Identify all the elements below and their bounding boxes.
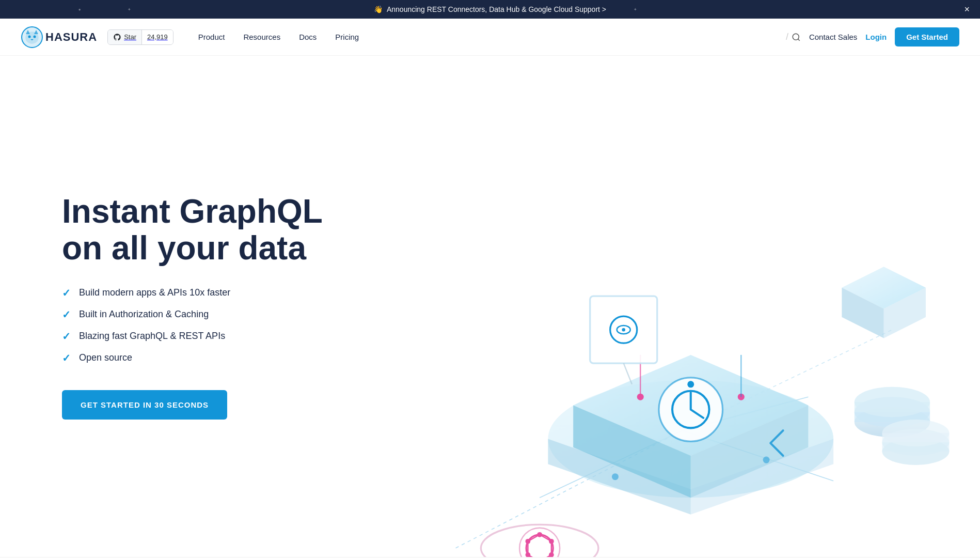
announcement-emoji: 👋 bbox=[374, 5, 383, 13]
svg-point-53 bbox=[612, 473, 619, 480]
nav-item-docs[interactable]: Docs bbox=[291, 28, 325, 45]
feature-item-2: ✓ Built in Authorization & Caching bbox=[62, 308, 351, 321]
search-area: / bbox=[786, 32, 801, 42]
hero-illustration-svg bbox=[372, 162, 959, 557]
check-icon-3: ✓ bbox=[62, 330, 71, 343]
github-icon bbox=[113, 33, 121, 41]
hero-title-line1: Instant GraphQL bbox=[62, 193, 323, 230]
hero-illustration bbox=[372, 162, 959, 451]
get-started-nav-button[interactable]: Get Started bbox=[895, 27, 959, 47]
github-star-label: Star bbox=[124, 33, 136, 41]
hero-features-list: ✓ Build modern apps & APIs 10x faster ✓ … bbox=[62, 287, 351, 364]
svg-point-16 bbox=[687, 381, 694, 388]
svg-rect-29 bbox=[855, 402, 930, 412]
announcement-bar: ● ✦ ✦ 👋 Announcing REST Connectors, Data… bbox=[0, 0, 980, 19]
svg-point-28 bbox=[855, 387, 930, 417]
logo-link[interactable]: HASURA bbox=[21, 26, 97, 49]
decorative-star-right: ✦ bbox=[634, 7, 637, 12]
feature-text-1: Build modern apps & APIs 10x faster bbox=[79, 287, 230, 298]
svg-point-2 bbox=[26, 32, 38, 43]
svg-point-3 bbox=[28, 35, 31, 38]
search-divider: / bbox=[786, 32, 788, 42]
feature-text-3: Blazing fast GraphQL & REST APIs bbox=[79, 331, 225, 342]
announcement-text: Announcing REST Connectors, Data Hub & G… bbox=[387, 5, 600, 13]
nav-item-product[interactable]: Product bbox=[190, 28, 233, 45]
hero-section: Instant GraphQL on all your data ✓ Build… bbox=[0, 56, 980, 557]
decorative-dot: ● bbox=[78, 7, 81, 12]
hero-content: Instant GraphQL on all your data ✓ Build… bbox=[62, 193, 351, 420]
feature-text-2: Built in Authorization & Caching bbox=[79, 309, 209, 320]
github-star-widget[interactable]: Star 24,919 bbox=[107, 29, 173, 45]
github-star-button[interactable]: Star bbox=[108, 30, 142, 44]
check-icon-2: ✓ bbox=[62, 308, 71, 321]
feature-item-4: ✓ Open source bbox=[62, 352, 351, 364]
svg-point-4 bbox=[34, 35, 36, 38]
github-star-count: 24,919 bbox=[142, 30, 173, 44]
svg-point-33 bbox=[882, 420, 949, 446]
hero-title-line2: on all your data bbox=[62, 229, 306, 267]
hero-title: Instant GraphQL on all your data bbox=[62, 193, 351, 266]
logo-text: HASURA bbox=[45, 30, 97, 44]
svg-point-54 bbox=[763, 457, 770, 463]
announcement-close-button[interactable]: × bbox=[964, 4, 970, 15]
search-icon[interactable] bbox=[792, 33, 801, 42]
announcement-arrow: > bbox=[602, 5, 606, 13]
feature-item-1: ✓ Build modern apps & APIs 10x faster bbox=[62, 287, 351, 299]
svg-line-24 bbox=[624, 363, 632, 384]
feature-text-4: Open source bbox=[79, 352, 132, 363]
hasura-logo-icon bbox=[21, 26, 43, 49]
nav-item-pricing[interactable]: Pricing bbox=[327, 28, 367, 45]
svg-rect-34 bbox=[882, 433, 949, 442]
svg-point-5 bbox=[793, 34, 799, 40]
check-icon-1: ✓ bbox=[62, 287, 71, 299]
svg-point-23 bbox=[622, 328, 625, 332]
feature-item-3: ✓ Blazing fast GraphQL & REST APIs bbox=[62, 330, 351, 343]
contact-sales-link[interactable]: Contact Sales bbox=[809, 33, 857, 41]
hero-cta-button[interactable]: GET STARTED IN 30 SECONDS bbox=[62, 390, 227, 420]
announcement-link[interactable]: Announcing REST Connectors, Data Hub & G… bbox=[387, 5, 606, 13]
nav-links: Product Resources Docs Pricing bbox=[190, 28, 786, 45]
nav-right: / Contact Sales Login Get Started bbox=[786, 27, 959, 47]
nav-item-resources[interactable]: Resources bbox=[235, 28, 289, 45]
navbar: HASURA Star 24,919 Product Resources Doc… bbox=[0, 19, 980, 56]
login-button[interactable]: Login bbox=[865, 33, 887, 41]
check-icon-4: ✓ bbox=[62, 352, 71, 364]
decorative-star: ✦ bbox=[128, 7, 131, 12]
